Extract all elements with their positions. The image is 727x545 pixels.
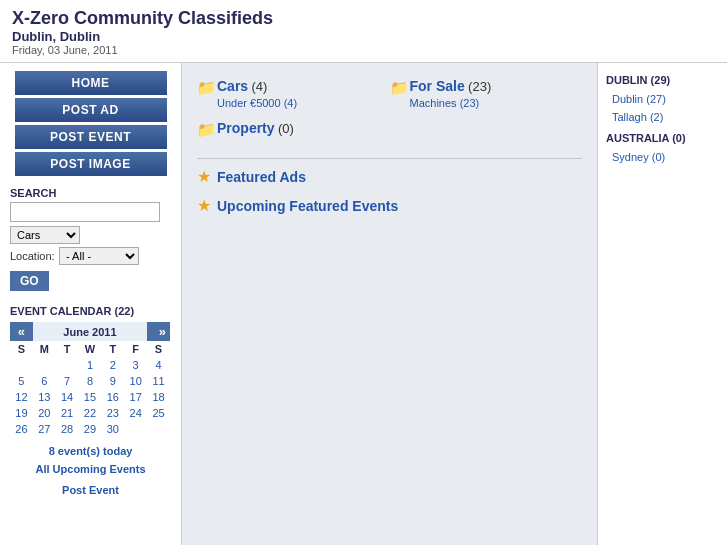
calendar-week-3: 12 13 14 15 16 17 18	[10, 389, 170, 405]
folder-icon-forsale: 📁	[390, 79, 406, 93]
location-select[interactable]: - All - Dublin Tallagh Sydney	[59, 247, 139, 265]
cal-day-9[interactable]: 9	[110, 375, 116, 387]
cal-day-28[interactable]: 28	[61, 423, 73, 435]
featured-ads-section: ★ Featured Ads	[197, 167, 582, 186]
city-label: Dublin, Dublin	[12, 29, 715, 44]
header: X-Zero Community Classifieds Dublin, Dub…	[0, 0, 727, 63]
featured-ads-row: ★ Featured Ads	[197, 167, 582, 186]
cal-day-27[interactable]: 27	[38, 423, 50, 435]
post-image-button[interactable]: POST IMAGE	[15, 152, 167, 176]
cal-day-1[interactable]: 1	[87, 359, 93, 371]
region-australia-bold: AUSTRALIA (0)	[606, 132, 686, 144]
forsale-sub: Machines (23)	[390, 96, 583, 110]
cal-day-23[interactable]: 23	[107, 407, 119, 419]
search-label: SEARCH	[10, 187, 171, 199]
calendar-week-4: 19 20 21 22 23 24 25	[10, 405, 170, 421]
category-col-property: 📁 Property (0)	[197, 115, 390, 143]
featured-events-row: ★ Upcoming Featured Events	[197, 196, 582, 215]
cal-day-19[interactable]: 19	[15, 407, 27, 419]
categories-grid: 📁 Cars (4) Under €5000 (4) 📁	[197, 73, 582, 143]
calendar-table: « June 2011 » S M T W T F S	[10, 322, 170, 437]
cal-day-18[interactable]: 18	[152, 391, 164, 403]
region-dublin-bold: DUBLIN (29)	[606, 74, 670, 86]
location-label: Location:	[10, 250, 55, 262]
category-col-1: 📁 For Sale (23) Machines (23)	[390, 73, 583, 115]
forsale-link[interactable]: For Sale	[410, 78, 465, 94]
calendar-month: June 2011	[33, 322, 147, 341]
cal-day-24[interactable]: 24	[130, 407, 142, 419]
cal-day-21[interactable]: 21	[61, 407, 73, 419]
home-button[interactable]: HOME	[15, 71, 167, 95]
star-icon-featured-ads: ★	[197, 167, 211, 186]
cal-day-14[interactable]: 14	[61, 391, 73, 403]
cal-day-5[interactable]: 5	[18, 375, 24, 387]
location-row: Location: - All - Dublin Tallagh Sydney	[10, 247, 171, 265]
cal-day-16[interactable]: 16	[107, 391, 119, 403]
post-event-button[interactable]: POST EVENT	[15, 125, 167, 149]
left-sidebar: HOME POST AD POST EVENT POST IMAGE SEARC…	[0, 63, 182, 545]
cars-link[interactable]: Cars	[217, 78, 248, 94]
search-row: Cars Property For Sale	[10, 226, 171, 244]
calendar-next[interactable]: »	[147, 322, 170, 341]
post-ad-button[interactable]: POST AD	[15, 98, 167, 122]
cal-header-s1: S	[10, 341, 33, 357]
cal-day-4[interactable]: 4	[155, 359, 161, 371]
cal-day-17[interactable]: 17	[130, 391, 142, 403]
go-button[interactable]: GO	[10, 271, 49, 291]
category-forsale: 📁 For Sale (23)	[390, 78, 583, 94]
cal-day-8[interactable]: 8	[87, 375, 93, 387]
calendar-prev[interactable]: «	[10, 322, 33, 341]
all-upcoming-events-link[interactable]: All Upcoming Events	[10, 461, 171, 479]
cars-sub: Under €5000 (4)	[197, 96, 390, 110]
cal-header-t1: T	[56, 341, 79, 357]
calendar-section: EVENT CALENDAR (22) « June 2011 » S M T …	[0, 299, 181, 506]
cal-day-30[interactable]: 30	[107, 423, 119, 435]
cal-day-13[interactable]: 13	[38, 391, 50, 403]
cal-day-10[interactable]: 10	[130, 375, 142, 387]
cal-day-26[interactable]: 26	[15, 423, 27, 435]
category-select[interactable]: Cars Property For Sale	[10, 226, 80, 244]
category-cars: 📁 Cars (4)	[197, 78, 390, 94]
cal-day-2[interactable]: 2	[110, 359, 116, 371]
region-australia-header: AUSTRALIA (0)	[606, 129, 719, 148]
forsale-sub-link[interactable]: Machines (23)	[410, 97, 480, 109]
calendar-footer: 8 event(s) today All Upcoming Events Pos…	[10, 443, 171, 500]
cal-day-20[interactable]: 20	[38, 407, 50, 419]
cal-day-29[interactable]: 29	[84, 423, 96, 435]
featured-events-link[interactable]: Upcoming Featured Events	[217, 198, 398, 214]
property-link[interactable]: Property	[217, 120, 275, 136]
cal-day-15[interactable]: 15	[84, 391, 96, 403]
search-input[interactable]	[10, 202, 160, 222]
cal-header-w: W	[79, 341, 102, 357]
cars-sub-link[interactable]: Under €5000 (4)	[217, 97, 297, 109]
calendar-week-5: 26 27 28 29 30	[10, 421, 170, 437]
property-count: (0)	[278, 121, 294, 136]
region-dublin-city: Dublin (27)	[612, 90, 719, 109]
region-sydney-link[interactable]: Sydney (0)	[612, 151, 665, 163]
cal-day-12[interactable]: 12	[15, 391, 27, 403]
cal-day-25[interactable]: 25	[152, 407, 164, 419]
main-layout: HOME POST AD POST EVENT POST IMAGE SEARC…	[0, 63, 727, 545]
cal-day-22[interactable]: 22	[84, 407, 96, 419]
region-tallagh-link[interactable]: Tallagh (2)	[612, 111, 663, 123]
category-property: 📁 Property (0)	[197, 120, 390, 136]
search-section: SEARCH Cars Property For Sale Location: …	[0, 179, 181, 299]
main-content: 📁 Cars (4) Under €5000 (4) 📁	[182, 63, 597, 545]
post-event-link[interactable]: Post Event	[10, 482, 171, 500]
cal-day-7[interactable]: 7	[64, 375, 70, 387]
cal-header-f: F	[124, 341, 147, 357]
cars-count: (4)	[251, 79, 267, 94]
region-dublin-link[interactable]: Dublin (27)	[612, 93, 666, 105]
featured-ads-link[interactable]: Featured Ads	[217, 169, 306, 185]
folder-icon-cars: 📁	[197, 79, 213, 93]
events-today-link[interactable]: 8 event(s) today	[10, 443, 171, 461]
calendar-title: EVENT CALENDAR (22)	[10, 305, 171, 317]
cal-day-3[interactable]: 3	[133, 359, 139, 371]
category-col-empty	[390, 115, 583, 143]
cal-day-6[interactable]: 6	[41, 375, 47, 387]
calendar-week-2: 5 6 7 8 9 10 11	[10, 373, 170, 389]
star-icon-featured-events: ★	[197, 196, 211, 215]
right-sidebar: DUBLIN (29) Dublin (27) Tallagh (2) AUST…	[597, 63, 727, 545]
cal-day-11[interactable]: 11	[152, 375, 164, 387]
region-dublin-header: DUBLIN (29)	[606, 71, 719, 90]
